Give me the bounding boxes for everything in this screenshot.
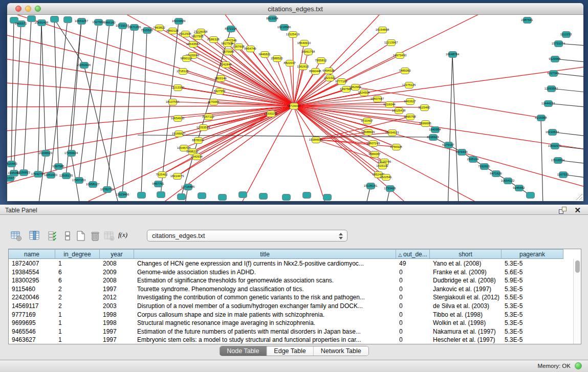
graph-node-selected[interactable]: 9720407: [363, 118, 372, 124]
graph-node[interactable]: [282, 194, 291, 201]
graph-node-selected[interactable]: 1362615: [299, 63, 308, 70]
column-header-name[interactable]: name: [9, 249, 55, 259]
graph-node-selected[interactable]: 12375125: [405, 82, 413, 89]
graph-node[interactable]: 20206523: [41, 150, 50, 157]
graph-node-selected[interactable]: 16961758: [304, 49, 313, 55]
graph-node[interactable]: 7515528: [143, 27, 151, 34]
column-header-in_degree[interactable]: in_degree: [55, 249, 100, 259]
graph-node[interactable]: [198, 192, 206, 199]
graph-node-selected[interactable]: 18640910: [300, 40, 309, 47]
graph-node[interactable]: 9227341: [549, 70, 558, 77]
graph-node-selected[interactable]: 16154808: [378, 27, 387, 33]
graph-node[interactable]: 15136141: [366, 183, 375, 189]
float-panel-icon[interactable]: [559, 207, 567, 214]
graph-node-selected[interactable]: 9890112: [182, 55, 191, 62]
table-selector-dropdown[interactable]: citations_edges.txt: [147, 230, 347, 242]
graph-node[interactable]: [137, 192, 146, 199]
table-row[interactable]: 977716911998Corpus callosum shape and si…: [9, 311, 574, 319]
graph-node[interactable]: 8215958: [537, 115, 546, 121]
graph-node-selected[interactable]: 1621022: [325, 75, 334, 81]
graph-node-selected[interactable]: 2803144: [216, 75, 225, 82]
graph-node[interactable]: 15751074: [554, 40, 563, 47]
graph-node[interactable]: [157, 191, 165, 198]
graph-node[interactable]: 17359924: [67, 150, 76, 157]
graph-node-selected[interactable]: 19384554: [312, 137, 320, 143]
graph-node[interactable]: 16033809: [175, 18, 183, 25]
graph-node[interactable]: [238, 191, 247, 198]
column-header-year[interactable]: year: [100, 249, 134, 259]
graph-node[interactable]: 8471626: [492, 170, 500, 177]
graph-node-selected[interactable]: 9699695: [421, 120, 430, 127]
graph-node-selected[interactable]: 1170064: [209, 99, 218, 105]
table-row[interactable]: 946554611997Estimation of the future num…: [9, 327, 574, 336]
graph-node-selected[interactable]: 12213967: [387, 39, 396, 46]
graph-node[interactable]: [63, 16, 72, 23]
table-settings-icon[interactable]: [10, 229, 23, 243]
graph-node[interactable]: 16210643: [548, 129, 557, 136]
graph-node-selected[interactable]: 12213389: [173, 84, 182, 91]
table-scrollbar[interactable]: [573, 259, 581, 344]
graph-node[interactable]: 9474444: [458, 149, 466, 156]
graph-node[interactable]: 9129966: [551, 56, 559, 62]
graph-node[interactable]: 9245652: [515, 185, 524, 191]
graph-node[interactable]: 11451933: [47, 172, 55, 179]
graph-node[interactable]: 1112233: [562, 31, 571, 38]
graph-node[interactable]: 8813054: [268, 15, 277, 22]
row-height-icon[interactable]: [61, 229, 75, 243]
graph-node[interactable]: [177, 193, 186, 200]
column-header-short[interactable]: short: [430, 249, 502, 259]
graph-node[interactable]: 1527602: [94, 19, 103, 26]
graph-node-selected[interactable]: 9495758: [406, 114, 415, 120]
graph-node-selected[interactable]: 9446821: [260, 51, 269, 58]
delete-column-icon[interactable]: x: [103, 229, 116, 243]
graph-node[interactable]: 21053346: [80, 62, 89, 69]
graph-node[interactable]: 1733426: [386, 185, 395, 192]
graph-node[interactable]: 17957253: [75, 177, 83, 184]
table-row[interactable]: 1938455462009Genome-wide association stu…: [9, 268, 574, 277]
column-visibility-icon[interactable]: [28, 229, 41, 243]
graph-node-selected[interactable]: 8860128: [168, 28, 177, 34]
graph-node[interactable]: 10719155: [118, 23, 127, 29]
graph-node-selected[interactable]: 9827505: [193, 33, 202, 40]
table-row[interactable]: 1872400712008Changes of HCN gene express…: [9, 259, 574, 268]
graph-node[interactable]: 7632621: [480, 163, 489, 170]
graph-node[interactable]: 10958127: [89, 181, 97, 188]
graph-node-selected[interactable]: 9242848: [222, 61, 230, 68]
column-header-out_de[interactable]: △out_de...: [396, 249, 430, 259]
graph-node-selected[interactable]: 7462664: [351, 84, 360, 91]
graph-node-selected[interactable]: 10973493: [396, 52, 404, 59]
new-table-icon[interactable]: [74, 229, 88, 243]
graph-node[interactable]: 15716485: [184, 184, 192, 190]
graph-node-selected[interactable]: 9777169: [337, 78, 346, 85]
graph-node[interactable]: 11156823: [19, 169, 28, 176]
graph-node-selected[interactable]: 12353594: [199, 124, 208, 131]
graph-node-selected[interactable]: 18107554: [168, 99, 177, 105]
graph-node-selected[interactable]: 9756928: [392, 144, 401, 150]
graph-node[interactable]: [50, 16, 59, 23]
tab-edge-table[interactable]: Edge Table: [267, 346, 313, 356]
graph-node[interactable]: 16648784: [448, 51, 457, 58]
graph-node-selected[interactable]: 8822037: [286, 60, 294, 67]
graph-node[interactable]: 12444153: [544, 100, 553, 107]
graph-node[interactable]: 10653257: [77, 18, 86, 25]
graph-node[interactable]: [526, 192, 535, 199]
graph-node-selected[interactable]: 2367608: [234, 43, 243, 50]
graph-node-selected[interactable]: 1540934: [192, 154, 201, 160]
graph-node[interactable]: 8572214: [227, 26, 235, 32]
table-row[interactable]: 1830029562008Estimation of significance …: [9, 276, 574, 285]
graph-node-selected[interactable]: 2522541: [382, 174, 390, 181]
tab-node-table[interactable]: Node Table: [220, 346, 267, 356]
table-row[interactable]: 946362711997Embryonic stem cells: a mode…: [9, 336, 574, 344]
table-scrollbar-thumb[interactable]: [575, 260, 580, 273]
graph-node-selected[interactable]: 2718126: [179, 68, 187, 75]
graph-node-selected[interactable]: 18807249: [369, 140, 378, 147]
graph-node[interactable]: 8938923: [429, 134, 438, 141]
table-row[interactable]: 969969511998Structural magnetic resonanc…: [9, 319, 574, 327]
graph-node-selected[interactable]: 8912934: [181, 31, 190, 37]
graph-node[interactable]: [218, 194, 227, 201]
graph-node[interactable]: 16671355: [130, 24, 139, 31]
tab-network-table[interactable]: Network Table: [314, 346, 368, 356]
column-header-pagerank[interactable]: pagerank: [502, 249, 563, 259]
graph-node[interactable]: 20691406: [37, 19, 46, 26]
graph-node[interactable]: 6179197: [444, 142, 453, 148]
